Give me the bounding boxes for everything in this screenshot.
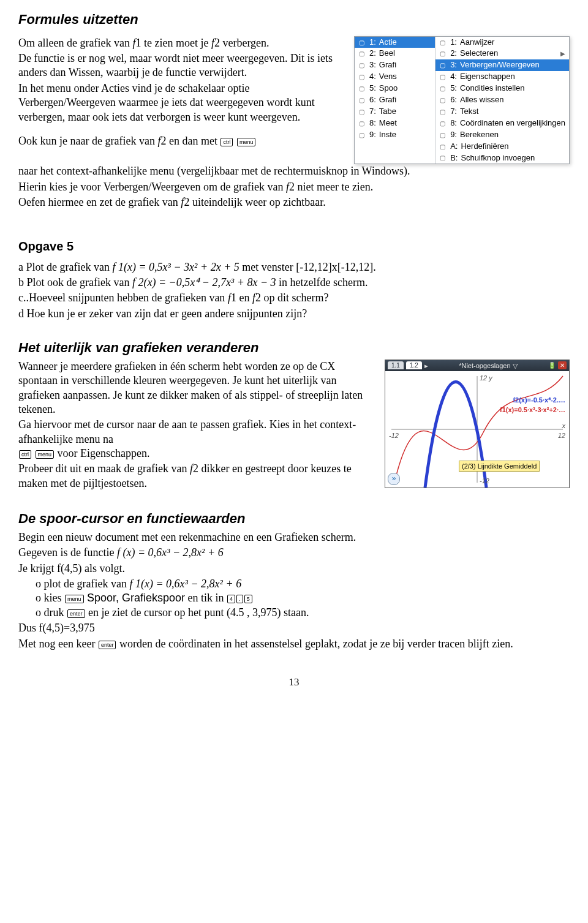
- opgave5-b: b Plot ook de grafiek van f 2(x) = −0,5x…: [18, 276, 570, 290]
- menu-item: ▢6:Alles wissen: [435, 94, 569, 106]
- battery-icon: 🔋: [548, 361, 556, 369]
- opgave5-c: c..Hoeveel snijpunten hebben de grafieke…: [18, 291, 570, 305]
- menu-item: ▢8:Coördinaten en vergelijkingen: [435, 118, 569, 129]
- y-bot-label: -12: [480, 477, 489, 485]
- sec3-steps: plot de grafiek van f 1(x) = 0,6x³ − 2,8…: [18, 577, 570, 620]
- menu-item: ▢8:Meet: [355, 118, 435, 129]
- chevron-right-icon: ▸: [424, 361, 428, 370]
- menu-item: ▢1:Actie: [355, 37, 435, 48]
- menu-item-icon: ▢: [438, 96, 447, 105]
- x-pos-label: 12: [558, 431, 565, 440]
- opgave5-d: d Hoe kun je er zeker van zijn dat er ge…: [18, 307, 570, 321]
- menu-item-icon: ▢: [438, 72, 447, 81]
- y-top-label: 12 y: [480, 374, 492, 382]
- x-neg-label: -12: [389, 431, 399, 440]
- sec1-p6: Hierin kies je voor Verbergen/Weergeven …: [18, 180, 570, 194]
- menu-item: ▢3:Grafi: [355, 59, 435, 71]
- sec3-p5: Met nog een keer enter worden de coördin…: [18, 637, 570, 651]
- calc-doc-title: *Niet-opgeslagen ▽: [431, 361, 546, 370]
- sec3-p4: Dus f(4,5)=3,975: [18, 621, 570, 635]
- key-ctrl: ctrl: [221, 138, 233, 146]
- menu-item-icon: ▢: [438, 153, 447, 162]
- menu-item-icon: ▢: [438, 119, 447, 128]
- sec1-p7: Oefen hiermee en zet de grafiek van f2 u…: [18, 195, 570, 209]
- menu-item: ▢7:Tabe: [355, 106, 435, 118]
- menu-item: ▢1:Aanwijzer: [435, 37, 569, 48]
- section-title-spoor: De spoor-cursor en functiewaarden: [18, 510, 570, 528]
- menu-item: ▢2:Beel: [355, 48, 435, 59]
- menu-item-icon: ▢: [438, 61, 447, 70]
- key-menu-2: menu: [36, 450, 55, 459]
- opgave5-a: a Plot de grafiek van f 1(x) = 0,5x³ − 3…: [18, 260, 570, 274]
- menu-item: ▢3:Verbergen/Weergeven: [435, 59, 569, 71]
- key-4: 4: [227, 595, 235, 603]
- tab-1-2: 1.2: [406, 361, 422, 369]
- sec3-p3: Je krijgt f(4,5) als volgt.: [18, 562, 570, 576]
- key-menu-3: menu: [65, 595, 84, 603]
- key-menu: menu: [237, 138, 256, 146]
- menu-item: ▢9:Inste: [355, 129, 435, 141]
- sec3-p2: Gegeven is de functie f (x) = 0,6x³ − 2,…: [18, 546, 570, 560]
- step-plot: plot de grafiek van f 1(x) = 0,6x³ − 2,8…: [36, 577, 570, 591]
- step-druk: druk enter en je ziet de cursor op het p…: [36, 606, 570, 620]
- opgave5-title: Opgave 5: [18, 238, 570, 254]
- key-dot: .: [236, 595, 243, 603]
- close-icon: ✕: [558, 361, 567, 369]
- menu-item-icon: ▢: [357, 130, 366, 140]
- key-enter-2: enter: [99, 641, 116, 649]
- menu-item-icon: ▢: [438, 38, 447, 47]
- menu-item-icon: ▢: [357, 107, 366, 116]
- f1-label: f1(x)=0.5·x³-3·x²+2·…: [500, 405, 565, 414]
- context-menu-figure: ▢1:Actie▢2:Beel▢3:Grafi▢4:Vens▢5:Spoo▢6:…: [354, 36, 570, 165]
- menu-item: ▢A:Herdefiniëren: [435, 141, 569, 153]
- menu-item: ▢9:Berekenen: [435, 129, 569, 141]
- menu-item-icon: ▢: [357, 38, 366, 47]
- sec1-p5: naar het context-afhankelijke menu (verg…: [18, 164, 570, 178]
- menu-item-icon: ▢: [357, 96, 366, 105]
- calculator-screenshot: 1.1 1.2 ▸ *Niet-opgeslagen ▽ 🔋 ✕: [385, 360, 570, 488]
- linewidth-tooltip: (2/3) Lijndikte Gemiddeld: [459, 461, 540, 472]
- sec1-p2: De functie is er nog wel, maar wordt nie…: [18, 51, 345, 80]
- tab-1-1: 1.1: [388, 361, 404, 369]
- menu-item-icon: ▢: [357, 49, 366, 58]
- key-5: 5: [244, 595, 252, 603]
- menu-item-icon: ▢: [357, 72, 366, 81]
- menu-item-icon: ▢: [438, 130, 447, 140]
- menu-item-icon: ▢: [357, 84, 366, 93]
- page-number: 13: [18, 676, 570, 689]
- menu-item-icon: ▢: [438, 49, 447, 58]
- sec2-p2: Ga hiervoor met de cursor naar de aan te…: [18, 418, 376, 461]
- menu-item-icon: ▢: [357, 61, 366, 70]
- menu-item-icon: ▢: [357, 119, 366, 128]
- sec2-p1: Wanneer je meerdere grafieken in één sch…: [18, 360, 376, 417]
- sec2-p3: Probeer dit uit en maak de grafiek van f…: [18, 462, 376, 491]
- sec1-p4: Ook kun je naar de grafiek van f2 en dan…: [18, 134, 345, 148]
- menu-item-icon: ▢: [438, 84, 447, 93]
- x-axis-x: x: [562, 421, 566, 430]
- sec1-p3: In het menu onder Acties vind je de scha…: [18, 81, 345, 124]
- menu-item: ▢B:Schuifknop invoegen: [435, 153, 569, 164]
- sec1-p1: Om alleen de grafiek van f1 te zien moet…: [18, 36, 345, 50]
- section-title-uiterlijk: Het uiterlijk van grafieken veranderen: [18, 339, 570, 357]
- menu-item: ▢4:Vens: [355, 71, 435, 83]
- menu-item: ▢2:Selecteren▶: [435, 48, 569, 59]
- menu-item: ▢5:Condities instellen: [435, 83, 569, 94]
- key-enter: enter: [67, 609, 85, 618]
- sec3-p1: Begin een nieuw document met een rekenma…: [18, 530, 570, 544]
- menu-item: ▢5:Spoo: [355, 83, 435, 94]
- step-kies: kies menu Spoor, Grafiekspoor en tik in …: [36, 591, 570, 605]
- menu-item: ▢7:Tekst: [435, 106, 569, 118]
- menu-item-icon: ▢: [438, 142, 447, 151]
- submenu-arrow-icon: ▶: [560, 50, 565, 58]
- f2-label: f2(x)=-0.5·x⁴-2.…: [513, 396, 565, 404]
- menu-item-icon: ▢: [438, 107, 447, 116]
- menu-item: ▢6:Grafi: [355, 94, 435, 106]
- expand-icon: »: [388, 473, 400, 485]
- section-title-formules: Formules uitzetten: [18, 11, 570, 29]
- key-ctrl-2: ctrl: [19, 450, 31, 459]
- menu-item: ▢4:Eigenschappen: [435, 71, 569, 83]
